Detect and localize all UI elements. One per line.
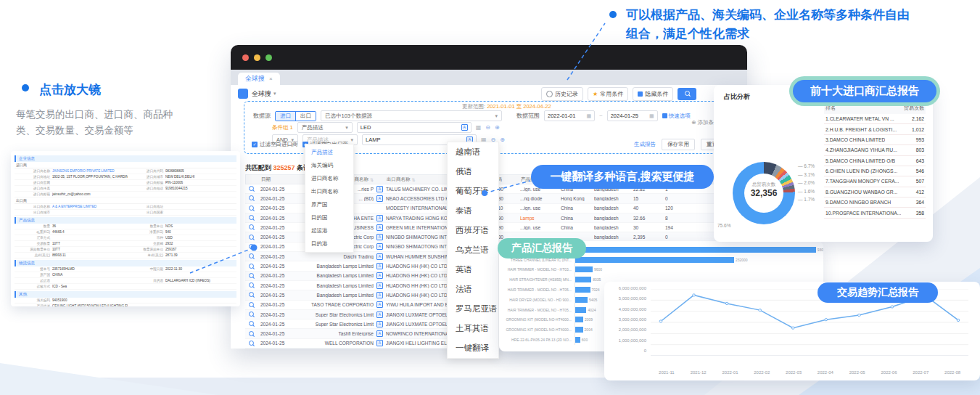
language-menu-item[interactable]: 越南语 (448, 142, 498, 162)
bar[interactable] (575, 277, 591, 282)
field-menu-item[interactable]: 进口商名称 (305, 172, 353, 185)
language-menu-item[interactable]: 乌克兰语 (448, 240, 498, 260)
keyword-input-1[interactable]: LED A (357, 122, 472, 133)
magnifier-icon[interactable] (245, 282, 258, 288)
history-button[interactable]: 历史记录 (541, 87, 583, 101)
language-menu-item[interactable]: 罗马尼亚语 (448, 299, 498, 319)
language-menu-item[interactable]: 英语 (448, 260, 498, 280)
quick-options-link[interactable]: 快速选项 (662, 113, 691, 120)
favorites-button[interactable]: ★ 常用条件 (588, 87, 628, 101)
magnifier-icon[interactable] (245, 321, 258, 327)
field-menu-item[interactable]: 目的港 (305, 237, 353, 251)
translate-icon[interactable]: A (376, 224, 383, 231)
date-to-input[interactable]: 2024-01-25 ▦ (607, 110, 658, 121)
bar[interactable] (575, 337, 580, 343)
cell-importer[interactable]: Daichi Trading (300, 254, 374, 259)
bar[interactable] (575, 257, 734, 263)
cell-importer[interactable]: Super Star Electronics Limit (300, 322, 374, 327)
tab-global-search[interactable]: 全球搜 × (238, 73, 280, 85)
translate-icon[interactable]: A (376, 195, 383, 202)
field-menu-item[interactable]: 产品描述 (305, 146, 353, 159)
translate-icon[interactable]: A (461, 124, 468, 131)
magnifier-icon[interactable] (245, 224, 258, 230)
language-menu-item[interactable]: 西班牙语 (448, 221, 498, 240)
cell-importer[interactable]: Bangladesh Lamps Limited (300, 273, 374, 278)
cell-importer[interactable]: Bangladesh Lamps Limited (300, 283, 374, 288)
cell-importer[interactable]: Bangladesh Lamps Limited (300, 264, 374, 269)
tab-close-icon[interactable]: × (269, 76, 273, 82)
close-window-icon[interactable] (242, 54, 249, 61)
magnifier-icon[interactable] (245, 264, 258, 269)
import-export-toggle[interactable]: 进口 出口 (275, 111, 316, 121)
header-date[interactable]: 日期 (259, 176, 301, 183)
save-favorite-button[interactable]: 保存常用 (662, 139, 695, 150)
magnifier-icon[interactable] (245, 244, 258, 250)
language-menu-item[interactable]: 法语 (448, 280, 498, 299)
bar[interactable] (575, 247, 816, 253)
chevron-down-icon[interactable]: ▾ (273, 91, 276, 97)
cell-importer[interactable]: Tashfi Enterprise (300, 331, 374, 336)
translate-icon[interactable]: A (376, 263, 383, 269)
hide-conditions-button[interactable]: 隐藏条件 (633, 87, 673, 101)
magnifier-icon[interactable] (245, 186, 258, 192)
magnifier-icon[interactable] (245, 235, 258, 240)
export-toggle[interactable]: 出口 (295, 112, 316, 121)
minimize-window-icon[interactable] (254, 54, 260, 61)
bar[interactable] (575, 327, 583, 333)
bar[interactable] (575, 266, 593, 272)
translate-icon[interactable]: A (376, 340, 383, 346)
grid-icon[interactable]: ▦ (476, 124, 482, 131)
filter-blank-importer-checkbox[interactable]: ✓ 过滤空白进口商 (252, 141, 298, 148)
field-menu-item[interactable]: 目的国 (305, 211, 353, 224)
translate-icon[interactable]: A (376, 301, 383, 308)
magnifier-icon[interactable] (245, 331, 258, 337)
translate-icon[interactable]: A (376, 321, 383, 327)
magnifier-icon[interactable] (245, 302, 258, 308)
translate-icon[interactable]: A (376, 186, 383, 192)
sort-icon[interactable]: ⇅ (412, 177, 416, 182)
generate-report-link[interactable]: 生成报告 (634, 141, 656, 148)
bar[interactable] (575, 297, 588, 303)
search-button[interactable] (678, 88, 696, 100)
language-menu-item[interactable]: 一键翻译 (448, 338, 498, 358)
language-menu-item[interactable]: 葡萄牙语 (448, 182, 498, 201)
bar[interactable] (575, 317, 583, 322)
magnifier-icon[interactable] (245, 205, 258, 211)
magnifier-icon[interactable] (245, 341, 258, 346)
translate-icon[interactable]: A (376, 243, 383, 250)
magnifier-icon[interactable] (245, 273, 258, 279)
field-menu-item[interactable]: 原产国 (305, 198, 353, 211)
magnifier-icon[interactable] (245, 253, 258, 259)
translate-icon[interactable]: A (376, 292, 383, 298)
translate-icon[interactable]: A (376, 272, 383, 279)
translate-icon[interactable]: A (376, 215, 383, 221)
sort-icon[interactable]: ⇅ (370, 177, 374, 182)
translate-icon[interactable]: A (376, 311, 383, 318)
language-menu-item[interactable]: 泰语 (448, 201, 498, 221)
translate-icon[interactable]: A (376, 253, 383, 260)
bar[interactable] (575, 307, 586, 313)
bar[interactable] (575, 287, 590, 293)
cell-importer[interactable]: Bangladesh Lamps Limited (300, 293, 374, 298)
add-condition-icon[interactable]: ⊕ (495, 124, 500, 131)
maximize-window-icon[interactable] (265, 54, 272, 61)
date-from-input[interactable]: 2022-01-01 ▦ (544, 110, 595, 121)
field-menu-item[interactable]: 起运港 (305, 224, 353, 237)
language-menu-item[interactable]: 土耳其语 (448, 319, 498, 338)
remove-condition-icon[interactable]: ⊖ (485, 124, 490, 131)
field-menu-item[interactable]: 出口商名称 (305, 185, 353, 198)
magnifier-icon[interactable] (245, 195, 258, 201)
cell-importer[interactable]: Super Star Electronics Limit (300, 312, 374, 317)
datasource-select[interactable]: 已选中103个数据源 ▾ (321, 110, 502, 121)
field-select-1[interactable]: 产品描述▾ (297, 122, 353, 133)
cell-importer[interactable]: WELL CORPORATION (300, 341, 374, 346)
cell-importer[interactable]: TASO TRADE CORPORATIO (300, 302, 374, 307)
magnifier-icon[interactable] (245, 311, 258, 317)
translate-icon[interactable]: A (376, 282, 383, 289)
translate-icon[interactable]: A (376, 234, 383, 240)
field-menu-item[interactable]: 海关编码 (305, 159, 353, 172)
magnifier-icon[interactable] (245, 215, 258, 221)
import-toggle[interactable]: 进口 (276, 112, 295, 121)
magnifier-icon[interactable] (245, 292, 258, 298)
language-menu-item[interactable]: 俄语 (448, 162, 498, 182)
